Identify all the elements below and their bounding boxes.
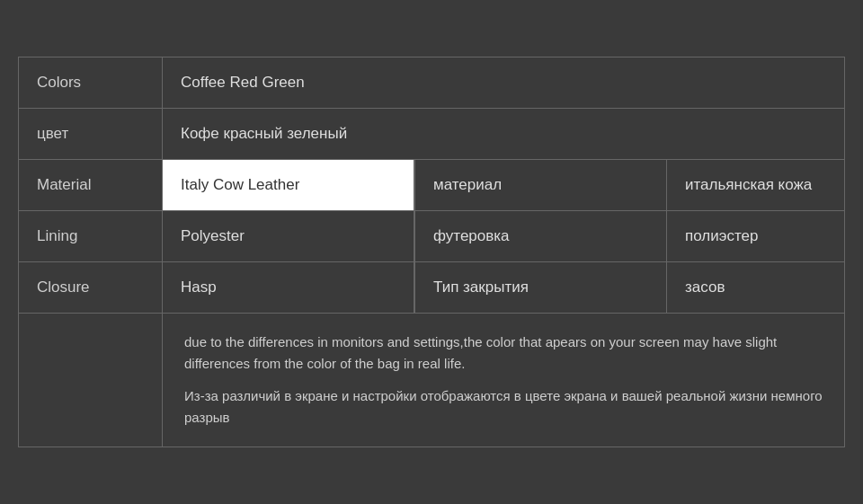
- note-ru-text: Из-за различий в экране и настройки отоб…: [184, 388, 823, 425]
- material-value-ru: итальянская кожа: [666, 160, 863, 210]
- note-text-en: due to the differences in monitors and s…: [184, 332, 823, 375]
- lining-value-ru: полиэстер: [666, 211, 863, 261]
- lining-label-text: Lining: [37, 227, 77, 245]
- note-cell: due to the differences in monitors and s…: [163, 314, 844, 447]
- lining-value-ru-label: футеровка: [414, 211, 666, 261]
- material-label: Material: [19, 160, 163, 210]
- material-row: Material Italy Cow Leather материал итал…: [19, 160, 844, 211]
- lining-label: Lining: [19, 211, 163, 261]
- note-text-ru: Из-за различий в экране и настройки отоб…: [184, 385, 823, 429]
- material-value-en: Italy Cow Leather: [163, 160, 414, 210]
- material-ru-label-text: материал: [433, 176, 502, 194]
- colors-value: Coffee Red Green: [163, 57, 844, 108]
- tsvet-label: цвет: [19, 109, 163, 159]
- lining-ru-label-text: футеровка: [433, 227, 510, 245]
- product-info-table: Colors Coffee Red Green цвет Кофе красны…: [18, 57, 845, 447]
- closure-ru-label-text: Тип закрытия: [433, 279, 529, 296]
- lining-en-text: Polyester: [181, 227, 245, 245]
- tsvet-value: Кофе красный зеленый: [163, 109, 844, 159]
- closure-label-text: Closure: [37, 279, 90, 296]
- closure-value-en: Hasp: [163, 262, 414, 313]
- tsvet-label-text: цвет: [37, 125, 68, 143]
- colors-label-text: Colors: [37, 74, 81, 92]
- material-label-text: Material: [37, 176, 91, 194]
- closure-ru-text: засов: [685, 279, 725, 296]
- closure-value-ru: засов: [666, 262, 863, 313]
- lining-row: Lining Polyester футеровка полиэстер: [19, 211, 844, 262]
- closure-en-text: Hasp: [181, 279, 217, 296]
- tsvet-row: цвет Кофе красный зеленый: [19, 109, 844, 160]
- note-en-text: due to the differences in monitors and s…: [184, 334, 777, 371]
- note-row: due to the differences in monitors and s…: [19, 314, 844, 447]
- tsvet-value-text: Кофе красный зеленый: [181, 125, 347, 143]
- note-label-spacer: [19, 314, 163, 447]
- closure-label: Closure: [19, 262, 163, 313]
- lining-value-en: Polyester: [163, 211, 414, 261]
- material-value-ru-label: материал: [414, 160, 666, 210]
- material-en-text: Italy Cow Leather: [181, 176, 299, 194]
- material-ru-text: итальянская кожа: [685, 176, 812, 194]
- lining-ru-text: полиэстер: [685, 227, 758, 245]
- closure-value-ru-label: Тип закрытия: [414, 262, 666, 313]
- colors-value-text: Coffee Red Green: [181, 74, 305, 92]
- colors-label: Colors: [19, 57, 163, 108]
- closure-row: Closure Hasp Тип закрытия засов: [19, 262, 844, 314]
- colors-row: Colors Coffee Red Green: [19, 57, 844, 109]
